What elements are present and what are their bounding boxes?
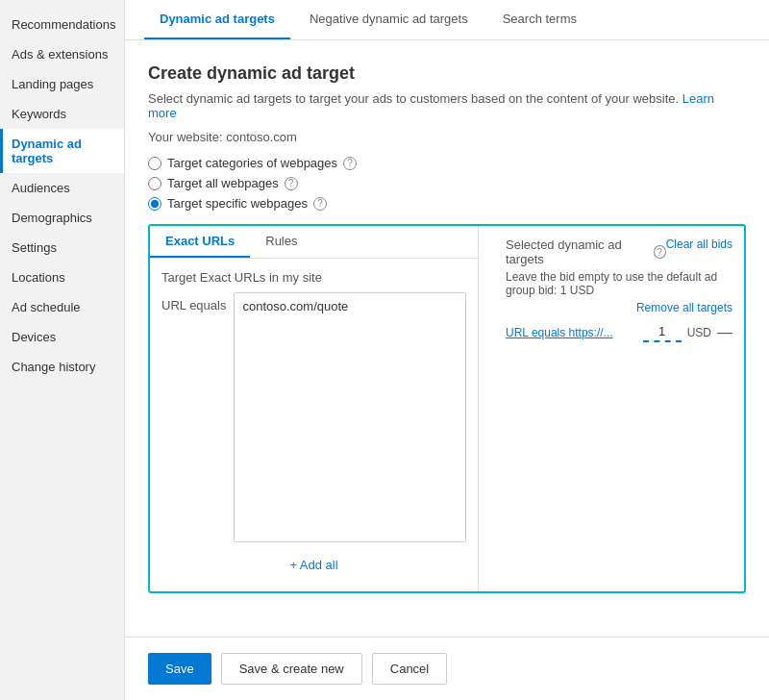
description-text: Select dynamic ad targets to target your… bbox=[148, 91, 679, 106]
target-section: Exact URLsRules Target Exact URLs in my … bbox=[148, 224, 746, 593]
sidebar-item-ads-extensions[interactable]: Ads & extensions bbox=[0, 39, 124, 69]
add-all-link[interactable]: + Add all bbox=[161, 550, 466, 580]
radio-group: Target categories of webpages ? Target a… bbox=[148, 156, 746, 211]
inner-tab-rules[interactable]: Rules bbox=[250, 226, 312, 258]
default-bid-info: Leave the bid empty to use the default a… bbox=[506, 270, 732, 297]
radio-categories[interactable]: Target categories of webpages ? bbox=[148, 156, 746, 170]
help-selected-icon[interactable]: ? bbox=[654, 245, 666, 259]
help-all-icon[interactable]: ? bbox=[285, 177, 298, 190]
sidebar-item-audiences[interactable]: Audiences bbox=[0, 173, 124, 203]
description: Select dynamic ad targets to target your… bbox=[148, 91, 746, 120]
selected-targets-label: Selected dynamic ad targets bbox=[506, 238, 650, 266]
radio-all-input[interactable] bbox=[148, 177, 161, 190]
sidebar: RecommendationsAds & extensionsLanding p… bbox=[0, 0, 125, 700]
radio-specific-label: Target specific webpages bbox=[167, 196, 308, 211]
radio-all-label: Target all webpages bbox=[167, 176, 279, 190]
main-content: Dynamic ad targetsNegative dynamic ad ta… bbox=[125, 0, 769, 700]
sidebar-item-settings[interactable]: Settings bbox=[0, 233, 124, 262]
sidebar-item-landing-pages[interactable]: Landing pages bbox=[0, 69, 124, 99]
radio-all[interactable]: Target all webpages ? bbox=[148, 176, 746, 190]
tab-negative-dynamic-ad-targets[interactable]: Negative dynamic ad targets bbox=[294, 0, 484, 39]
help-categories-icon[interactable]: ? bbox=[343, 157, 357, 170]
right-panel: Selected dynamic ad targets ? Clear all … bbox=[494, 226, 744, 591]
sidebar-item-locations[interactable]: Locations bbox=[0, 262, 124, 292]
target-exact-url-label: Target Exact URLs in my site bbox=[161, 270, 466, 285]
tab-dynamic-ad-targets[interactable]: Dynamic ad targets bbox=[144, 0, 290, 39]
page-body: Create dynamic ad target Select dynamic … bbox=[125, 40, 769, 637]
clear-all-bids-link[interactable]: Clear all bids bbox=[666, 238, 732, 251]
cancel-button[interactable]: Cancel bbox=[372, 653, 447, 685]
radio-specific[interactable]: Target specific webpages ? bbox=[148, 196, 746, 211]
website-info: Your website: contoso.com bbox=[148, 130, 746, 144]
remove-all-targets-link[interactable]: Remove all targets bbox=[506, 301, 732, 314]
currency-label: USD bbox=[687, 326, 711, 339]
target-row: URL equals https://... USD — bbox=[506, 322, 732, 342]
right-panel-title: Selected dynamic ad targets ? bbox=[506, 238, 666, 266]
url-textarea[interactable]: contoso.com/quote bbox=[234, 292, 466, 542]
save-button[interactable]: Save bbox=[148, 653, 211, 685]
sidebar-item-devices[interactable]: Devices bbox=[0, 322, 124, 352]
sidebar-item-change-history[interactable]: Change history bbox=[0, 352, 124, 382]
footer: Save Save & create new Cancel bbox=[125, 637, 769, 700]
remove-target-button[interactable]: — bbox=[717, 325, 732, 340]
page-title: Create dynamic ad target bbox=[148, 63, 746, 84]
tab-search-terms[interactable]: Search terms bbox=[487, 0, 592, 39]
target-url-text[interactable]: URL equals https://... bbox=[506, 326, 637, 339]
sidebar-item-demographics[interactable]: Demographics bbox=[0, 203, 124, 233]
radio-categories-label: Target categories of webpages bbox=[167, 156, 337, 170]
sidebar-item-recommendations[interactable]: Recommendations bbox=[0, 10, 124, 39]
save-create-new-button[interactable]: Save & create new bbox=[221, 653, 362, 685]
inner-tabs: Exact URLsRules bbox=[150, 226, 478, 259]
right-panel-header: Selected dynamic ad targets ? Clear all … bbox=[506, 238, 732, 266]
tab-bar: Dynamic ad targetsNegative dynamic ad ta… bbox=[125, 0, 769, 40]
url-row: URL equals contoso.com/quote bbox=[161, 292, 466, 542]
help-specific-icon[interactable]: ? bbox=[313, 197, 327, 211]
url-equals-label: URL equals bbox=[161, 292, 226, 312]
inner-tab-exact-urls[interactable]: Exact URLs bbox=[150, 226, 250, 258]
bid-input[interactable] bbox=[643, 322, 682, 342]
left-panel: Exact URLsRules Target Exact URLs in my … bbox=[150, 226, 479, 591]
sidebar-item-ad-schedule[interactable]: Ad schedule bbox=[0, 292, 124, 322]
sidebar-item-keywords[interactable]: Keywords bbox=[0, 99, 124, 129]
sidebar-item-dynamic-ad-targets[interactable]: Dynamic ad targets bbox=[0, 129, 124, 173]
radio-specific-input[interactable] bbox=[148, 197, 161, 211]
radio-categories-input[interactable] bbox=[148, 157, 161, 170]
left-panel-body: Target Exact URLs in my site URL equals … bbox=[150, 259, 478, 591]
